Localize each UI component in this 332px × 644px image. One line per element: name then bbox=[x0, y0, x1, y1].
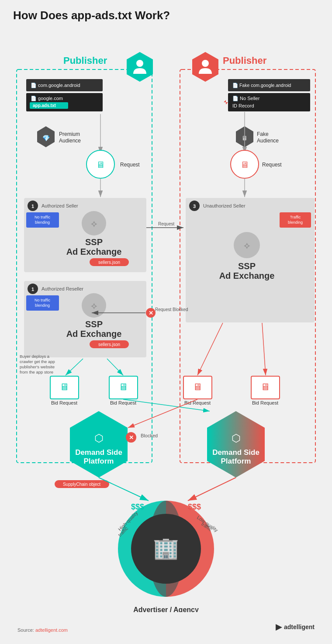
svg-text:Premium: Premium bbox=[59, 131, 80, 137]
svg-text:1: 1 bbox=[31, 204, 34, 209]
svg-text:🖥: 🖥 bbox=[193, 381, 202, 392]
svg-text:Authorized Reseller: Authorized Reseller bbox=[42, 286, 83, 291]
svg-text:sellers.json: sellers.json bbox=[98, 342, 120, 347]
svg-text:📄 Fake com.google.android: 📄 Fake com.google.android bbox=[232, 83, 291, 88]
svg-text:🖥: 🖥 bbox=[260, 381, 270, 392]
svg-text:No traffic: No traffic bbox=[35, 215, 50, 219]
svg-text:Platform: Platform bbox=[221, 457, 251, 465]
adtelligent-logo: ▶ adtelligent bbox=[276, 622, 315, 632]
svg-text:📄 google.com: 📄 google.com bbox=[31, 95, 63, 101]
svg-text:blending: blending bbox=[35, 303, 50, 308]
svg-text:Advertiser / Agency: Advertiser / Agency bbox=[133, 606, 199, 612]
svg-text:crawler get the app: crawler get the app bbox=[20, 359, 55, 364]
svg-text:🖥: 🖥 bbox=[59, 381, 69, 392]
svg-text:Demand Side: Demand Side bbox=[75, 448, 122, 457]
svg-text:Blocked: Blocked bbox=[141, 433, 158, 438]
svg-text:🏢: 🏢 bbox=[153, 536, 179, 561]
svg-point-5 bbox=[136, 60, 143, 67]
svg-text:✕: ✕ bbox=[129, 434, 134, 441]
svg-text:Authorized Seller: Authorized Seller bbox=[42, 203, 78, 208]
svg-text:🖥: 🖥 bbox=[240, 160, 249, 170]
svg-text:blending: blending bbox=[35, 220, 50, 225]
svg-text:⬡: ⬡ bbox=[232, 432, 241, 444]
svg-text:⟡: ⟡ bbox=[91, 218, 97, 229]
svg-text:No traffic: No traffic bbox=[35, 298, 50, 302]
svg-text:Publisher: Publisher bbox=[63, 55, 107, 66]
svg-text:3: 3 bbox=[193, 204, 196, 209]
svg-text:📄 No Seller: 📄 No Seller bbox=[232, 95, 260, 101]
svg-text:✕: ✕ bbox=[149, 310, 153, 316]
svg-text:Demand Side: Demand Side bbox=[212, 448, 259, 457]
svg-text:$$$: $$$ bbox=[188, 502, 201, 511]
svg-text:SSP: SSP bbox=[85, 237, 103, 247]
svg-text:Fake: Fake bbox=[257, 131, 269, 137]
svg-text:🖥: 🖥 bbox=[118, 381, 128, 392]
svg-text:Publisher: Publisher bbox=[223, 55, 267, 66]
svg-text:sellers.json: sellers.json bbox=[98, 260, 120, 265]
svg-text:blending: blending bbox=[288, 220, 303, 225]
svg-text:Bid Request: Bid Request bbox=[51, 400, 77, 405]
logo-icon: ▶ bbox=[276, 622, 282, 632]
svg-text:⟡: ⟡ bbox=[91, 300, 97, 311]
logo-text: adtelligent bbox=[284, 623, 315, 630]
svg-text:from the app store: from the app store bbox=[20, 370, 53, 374]
svg-text:📄 com.google.android: 📄 com.google.android bbox=[31, 82, 80, 88]
svg-text:Audience: Audience bbox=[257, 138, 279, 144]
svg-text:ID Record: ID Record bbox=[232, 103, 254, 108]
svg-text:Unauthorized Seller: Unauthorized Seller bbox=[203, 203, 246, 208]
source-link[interactable]: adtelligent.com bbox=[35, 627, 68, 633]
svg-text:⟡: ⟡ bbox=[244, 240, 250, 251]
svg-text:SSP: SSP bbox=[85, 319, 103, 329]
svg-text:Request: Request bbox=[262, 162, 282, 168]
svg-text:💎: 💎 bbox=[42, 135, 50, 142]
page-container: How Does app-ads.txt Work? Publisher 📄 c… bbox=[0, 0, 332, 644]
svg-text:Bid Request: Bid Request bbox=[252, 400, 278, 405]
page-title: How Does app-ads.txt Work? bbox=[13, 9, 319, 22]
footer: Source: adtelligent.com ▶ adtelligent bbox=[13, 621, 319, 633]
svg-text:app.ads.txt: app.ads.txt bbox=[33, 103, 56, 108]
svg-text:Ad Exchange: Ad Exchange bbox=[66, 247, 122, 256]
svg-text:Buyer deploys a: Buyer deploys a bbox=[20, 354, 50, 359]
svg-text:Request: Request bbox=[120, 162, 140, 168]
svg-text:Ad Exchange: Ad Exchange bbox=[219, 271, 275, 280]
svg-text:Traffic: Traffic bbox=[290, 215, 301, 219]
svg-text:$$$: $$$ bbox=[131, 502, 144, 511]
svg-text:Bid Request: Bid Request bbox=[110, 400, 136, 405]
svg-text:Audience: Audience bbox=[59, 138, 81, 144]
svg-text:Request Blocked: Request Blocked bbox=[155, 307, 188, 312]
svg-text:SupplyChain object: SupplyChain object bbox=[63, 482, 100, 487]
svg-text:Request: Request bbox=[158, 222, 174, 226]
svg-point-53 bbox=[202, 60, 209, 67]
svg-text:Platform: Platform bbox=[84, 457, 114, 465]
svg-text:1: 1 bbox=[31, 287, 34, 292]
source-text: Source: adtelligent.com bbox=[17, 627, 68, 633]
svg-text:⬡: ⬡ bbox=[94, 432, 104, 444]
svg-text:SSP: SSP bbox=[238, 261, 256, 271]
main-diagram: Publisher 📄 com.google.android 📄 google.… bbox=[13, 31, 319, 612]
svg-text:Ad Exchange: Ad Exchange bbox=[66, 329, 122, 339]
svg-text:🖥: 🖥 bbox=[96, 160, 105, 170]
svg-text:publisher's website: publisher's website bbox=[20, 364, 55, 369]
